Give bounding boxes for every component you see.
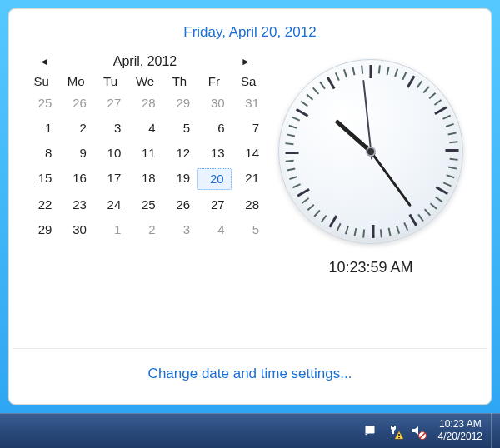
clock-tick [388, 228, 392, 236]
clock-tick [327, 77, 336, 89]
calendar-day-cell[interactable]: 1 [93, 220, 128, 240]
calendar-day-cell[interactable]: 30 [58, 220, 92, 240]
clock-tick [343, 69, 348, 77]
calendar-day-cell[interactable]: 17 [93, 168, 128, 190]
clock-tick [387, 67, 390, 75]
clock-tick [396, 226, 400, 234]
digital-clock-label: 10:23:59 AM [328, 259, 412, 276]
calendar-day-cell[interactable]: 13 [197, 143, 231, 163]
clock-tick [301, 101, 308, 107]
clock-tick [446, 149, 459, 152]
prev-month-arrow-icon[interactable]: ◄ [39, 56, 49, 67]
show-desktop-button[interactable] [491, 413, 500, 448]
calendar-day-cell[interactable]: 11 [128, 143, 162, 163]
calendar-day-cell[interactable]: 28 [232, 195, 266, 215]
calendar-day-cell[interactable]: 27 [93, 93, 128, 113]
calendar-day-cell[interactable]: 22 [24, 195, 58, 215]
clock-tick [292, 183, 301, 188]
power-icon[interactable] [387, 423, 402, 438]
date-time-popup: Friday, April 20, 2012 ◄ April, 2012 ► S… [8, 8, 492, 405]
clock-tick [418, 214, 423, 222]
calendar-day-cell[interactable]: 24 [93, 195, 128, 215]
clock-tick [285, 142, 293, 145]
calendar-day-cell[interactable]: 12 [162, 143, 197, 163]
calendar-day-cell[interactable]: 19 [162, 168, 197, 190]
calendar-day-cell[interactable]: 10 [93, 143, 128, 163]
calendar-day-cell[interactable]: 4 [128, 118, 162, 138]
clock-tick [409, 214, 418, 226]
calendar-day-cell[interactable]: 27 [197, 195, 231, 215]
calendar-day-cell[interactable]: 8 [24, 143, 58, 163]
calendar-day-cell[interactable]: 29 [24, 220, 58, 240]
volume-icon[interactable] [410, 423, 425, 438]
calendar-day-cell[interactable]: 3 [162, 220, 197, 240]
clock-tick [353, 228, 357, 236]
clock-tick [287, 133, 295, 137]
taskbar: 10:23 AM 4/20/2012 [0, 413, 500, 448]
calendar-day-cell[interactable]: 9 [58, 143, 92, 163]
calendar-day-cell[interactable]: 2 [58, 118, 92, 138]
svg-rect-1 [398, 437, 399, 438]
calendar-day-cell[interactable]: 20 [197, 168, 231, 190]
taskbar-date: 4/20/2012 [438, 431, 482, 443]
clock-tick [335, 72, 340, 81]
clock-tick [352, 67, 355, 75]
clock-tick [286, 160, 294, 162]
clock-tick [435, 197, 442, 202]
calendar-weekday-header: Sa [232, 74, 266, 88]
calendar-day-cell[interactable]: 31 [232, 93, 266, 113]
calendar-day-cell[interactable]: 18 [128, 168, 162, 190]
calendar-day-cell[interactable]: 14 [232, 143, 266, 163]
taskbar-time: 10:23 AM [438, 418, 482, 431]
calendar-day-cell[interactable]: 1 [24, 118, 58, 138]
calendar-grid: SuMoTuWeThFrSa25262728293031123456789101… [24, 74, 266, 240]
clock-tick [288, 125, 297, 129]
clock-tick [434, 106, 447, 115]
calendar-month-label[interactable]: April, 2012 [113, 54, 178, 69]
clock-tick [436, 186, 448, 195]
action-center-icon[interactable] [363, 423, 378, 438]
calendar-day-cell[interactable]: 28 [128, 93, 162, 113]
change-date-time-link[interactable]: Change date and time settings... [9, 349, 491, 404]
clock-tick [361, 66, 363, 74]
calendar-day-cell[interactable]: 29 [162, 93, 197, 113]
calendar-day-cell[interactable]: 25 [24, 93, 58, 113]
clock-tick [345, 226, 349, 234]
calendar-day-cell[interactable]: 25 [128, 195, 162, 215]
calendar-day-cell[interactable]: 3 [93, 118, 128, 138]
clock-tick [448, 167, 457, 170]
clock-tick [449, 141, 458, 143]
calendar-day-cell[interactable]: 5 [162, 118, 197, 138]
clock-tick [403, 222, 408, 231]
clock-tick [319, 82, 325, 89]
clock-tick [448, 132, 457, 135]
calendar-day-cell[interactable]: 6 [197, 118, 231, 138]
calendar-day-cell[interactable]: 30 [197, 93, 231, 113]
calendar-day-cell[interactable]: 16 [58, 168, 92, 190]
calendar-day-cell[interactable]: 26 [58, 93, 92, 113]
calendar-day-cell[interactable]: 4 [197, 220, 231, 240]
calendar-day-cell[interactable]: 23 [58, 195, 92, 215]
system-tray [353, 423, 430, 438]
calendar-day-cell[interactable]: 15 [24, 168, 58, 190]
clock-tick [297, 188, 309, 197]
analog-clock [278, 59, 463, 244]
calendar-day-cell[interactable]: 21 [232, 168, 266, 190]
next-month-arrow-icon[interactable]: ► [241, 56, 251, 67]
calendar-weekday-header: Su [24, 74, 58, 88]
taskbar-clock[interactable]: 10:23 AM 4/20/2012 [430, 418, 491, 443]
clock-tick [312, 87, 319, 95]
clock-tick [378, 65, 381, 73]
clock-tick [308, 204, 315, 211]
calendar-day-cell[interactable]: 2 [128, 220, 162, 240]
calendar-day-cell[interactable]: 7 [232, 118, 266, 138]
calendar-day-cell[interactable]: 26 [162, 195, 197, 215]
calendar-weekday-header: We [128, 74, 162, 88]
clock-tick [329, 215, 338, 227]
clock-tick [321, 215, 327, 222]
calendar-day-cell[interactable]: 5 [232, 220, 266, 240]
clock-center-pin [368, 148, 374, 155]
calendar-header: ◄ April, 2012 ► [39, 54, 251, 69]
desktop-background: Friday, April 20, 2012 ◄ April, 2012 ► S… [0, 0, 500, 413]
clock-tick [446, 123, 454, 127]
